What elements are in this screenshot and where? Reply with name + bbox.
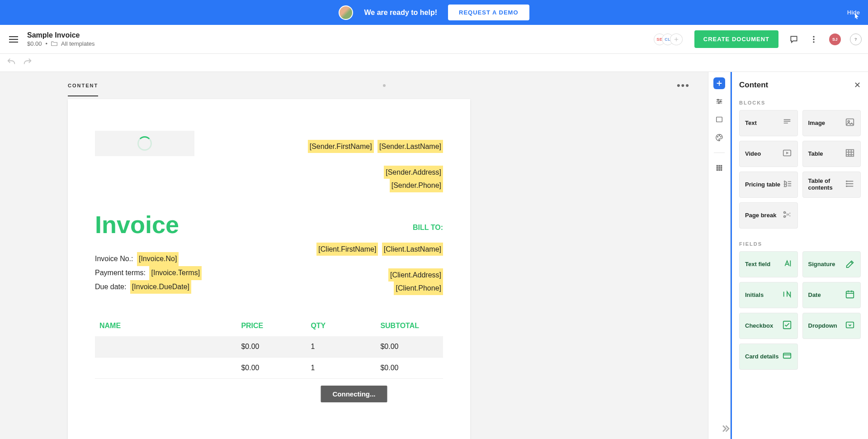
document-page[interactable]: [Sender.FirstName] [Sender.LastName] [Se… — [68, 99, 470, 439]
table-row[interactable]: $0.00 1 $0.00 — [95, 358, 443, 379]
apps-grid-icon[interactable] — [713, 162, 725, 174]
th-price: PRICE — [241, 315, 311, 336]
block-page-break[interactable]: Page break — [739, 202, 798, 229]
menu-icon[interactable] — [6, 33, 21, 45]
svg-rect-6 — [717, 117, 722, 122]
text-icon — [782, 117, 792, 129]
block-toc[interactable]: Table of contents — [802, 172, 861, 198]
banner-text: We are ready to help! — [364, 9, 437, 17]
cell-subtotal[interactable]: $0.00 — [380, 358, 443, 379]
redo-icon[interactable] — [23, 57, 33, 69]
tab-content[interactable]: CONTENT — [68, 83, 98, 88]
pricing-icon — [782, 179, 792, 191]
undo-icon[interactable] — [6, 57, 16, 69]
create-document-button[interactable]: CREATE DOCUMENT — [694, 30, 778, 48]
collapse-panel-icon[interactable] — [719, 423, 731, 434]
request-demo-button[interactable]: REQUEST A DEMO — [448, 5, 529, 20]
user-avatar[interactable]: SJ — [829, 33, 841, 45]
cell-name[interactable] — [95, 336, 241, 358]
svg-point-24 — [846, 183, 847, 184]
banner-avatar — [339, 5, 353, 20]
kebab-menu-icon[interactable] — [809, 35, 818, 44]
breadcrumb-link[interactable]: All templates — [61, 40, 94, 47]
document-title[interactable]: Sample Invoice — [27, 31, 95, 39]
field-signature[interactable]: Signature — [802, 251, 861, 277]
svg-rect-15 — [721, 167, 722, 169]
sender-lastname[interactable]: [Sender.LastName] — [377, 140, 443, 153]
svg-rect-28 — [846, 291, 854, 298]
dropdown-icon — [845, 320, 855, 332]
field-checkbox[interactable]: Checkbox — [739, 313, 798, 339]
invoice-no-value[interactable]: [Invoice.No] — [137, 252, 179, 266]
cell-qty[interactable]: 1 — [311, 358, 380, 379]
svg-point-7 — [717, 136, 718, 137]
svg-rect-22 — [846, 150, 854, 157]
field-date[interactable]: Date — [802, 282, 861, 308]
svg-point-9 — [721, 136, 722, 137]
page-options-icon[interactable]: ••• — [677, 80, 690, 91]
cell-qty[interactable]: 1 — [311, 336, 380, 358]
cell-subtotal[interactable]: $0.00 — [380, 336, 443, 358]
block-image[interactable]: Image — [802, 110, 861, 136]
block-text[interactable]: Text — [739, 110, 798, 136]
block-video[interactable]: Video — [739, 141, 798, 167]
svg-point-25 — [846, 186, 847, 187]
calendar-icon — [845, 289, 855, 301]
cursor-icon — [854, 13, 861, 20]
card-icon — [782, 351, 792, 363]
svg-rect-12 — [721, 165, 722, 167]
canvas[interactable]: CONTENT ••• [Sender.FirstName] [Sender.L… — [0, 72, 708, 439]
svg-point-2 — [813, 41, 814, 43]
payment-terms-label: Payment terms: — [95, 269, 146, 277]
field-initials[interactable]: Initials — [739, 282, 798, 308]
toolstrip — [708, 72, 731, 439]
block-table[interactable]: Table — [802, 141, 861, 167]
video-icon — [782, 148, 792, 160]
sender-firstname[interactable]: [Sender.FirstName] — [308, 140, 374, 153]
topbar: Sample Invoice $0.00 • All templates SE … — [0, 25, 868, 54]
section-blocks-label: BLOCKS — [739, 100, 861, 105]
sender-block[interactable]: [Sender.FirstName] [Sender.LastName] [Se… — [306, 140, 443, 192]
th-subtotal: SUBTOTAL — [380, 315, 443, 336]
sender-phone[interactable]: [Sender.Phone] — [390, 179, 443, 192]
collaborator-avatars[interactable]: SE CL — [657, 33, 683, 45]
cell-name[interactable] — [95, 358, 241, 379]
client-address[interactable]: [Client.Address] — [388, 268, 443, 282]
close-icon[interactable]: ✕ — [854, 80, 861, 90]
payment-terms-value[interactable]: [Invoice.Terms] — [149, 266, 202, 280]
client-lastname[interactable]: [Client.LastName] — [382, 243, 443, 256]
client-firstname[interactable]: [Client.FirstName] — [316, 243, 378, 256]
help-icon[interactable]: ? — [850, 33, 862, 45]
svg-rect-17 — [718, 169, 720, 171]
field-dropdown[interactable]: Dropdown — [802, 313, 861, 339]
svg-rect-18 — [721, 169, 722, 171]
svg-point-26 — [783, 212, 785, 214]
cell-price[interactable]: $0.00 — [241, 336, 311, 358]
initials-icon — [782, 289, 792, 301]
client-phone[interactable]: [Client.Phone] — [394, 282, 443, 295]
invoice-heading[interactable]: Invoice — [95, 210, 443, 239]
add-collaborator-button[interactable] — [670, 33, 683, 45]
page-indicator-dot — [383, 84, 386, 87]
sender-address[interactable]: [Sender.Address] — [384, 166, 443, 179]
comment-icon[interactable] — [789, 35, 798, 44]
svg-rect-10 — [717, 165, 718, 167]
field-card-details[interactable]: Card details — [739, 344, 798, 370]
cell-price[interactable]: $0.00 — [241, 358, 311, 379]
field-text[interactable]: Text field — [739, 251, 798, 277]
block-pricing-table[interactable]: Pricing table — [739, 172, 798, 198]
client-block[interactable]: [Client.FirstName] [Client.LastName] [Cl… — [315, 243, 443, 295]
fullscreen-icon[interactable] — [713, 114, 725, 125]
main: CONTENT ••• [Sender.FirstName] [Sender.L… — [0, 72, 868, 439]
palette-icon[interactable] — [713, 132, 725, 143]
table-row[interactable]: $0.00 1 $0.00 — [95, 336, 443, 358]
spinner-icon — [137, 136, 152, 151]
image-placeholder[interactable] — [95, 131, 194, 156]
svg-rect-30 — [846, 322, 854, 328]
tune-icon[interactable] — [713, 95, 725, 107]
scissors-icon — [782, 210, 792, 221]
panel-title: Content — [739, 81, 768, 90]
line-items-table[interactable]: NAME PRICE QTY SUBTOTAL $0.00 1 $0.00 — [95, 315, 443, 379]
add-content-button[interactable] — [713, 77, 725, 89]
due-date-value[interactable]: [Invoice.DueDate] — [130, 280, 191, 294]
